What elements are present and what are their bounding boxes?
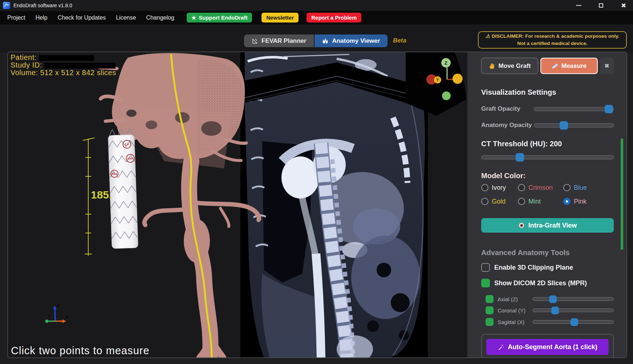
axial-label: Axial (Z) bbox=[498, 296, 532, 302]
menu-check-updates[interactable]: Check for Updates bbox=[53, 11, 111, 24]
slider-thumb[interactable] bbox=[560, 121, 568, 130]
patient-label: Patient: bbox=[11, 53, 37, 61]
visualization-settings-header: Visualization Settings bbox=[481, 88, 614, 97]
newsletter-button[interactable]: Newsletter bbox=[261, 13, 299, 23]
radio-circle[interactable] bbox=[481, 198, 488, 205]
measure-button[interactable]: Measure bbox=[540, 58, 598, 74]
marker-label-ca: CA bbox=[125, 143, 129, 146]
intra-graft-view-button[interactable]: Intra-Graft View bbox=[481, 218, 614, 233]
anatomy-opacity-slider[interactable] bbox=[534, 123, 614, 127]
radio-circle[interactable] bbox=[518, 198, 525, 205]
clipping-plane-checkbox[interactable] bbox=[481, 263, 490, 272]
menu-bar: Project Help Check for Updates License C… bbox=[0, 11, 633, 24]
support-button[interactable]: ★ Support EndoDraft bbox=[187, 13, 252, 23]
coronal-label: Coronal (Y) bbox=[498, 307, 532, 314]
sagittal-checkbox[interactable] bbox=[486, 318, 494, 326]
coronal-slice-row: Coronal (Y) bbox=[486, 306, 614, 314]
support-label: Support EndoDraft bbox=[199, 15, 247, 21]
coronal-checkbox[interactable] bbox=[486, 306, 494, 314]
slider-thumb[interactable] bbox=[605, 105, 613, 113]
clipping-plane-row: Enable 3D Clipping Plane bbox=[481, 263, 614, 272]
tab-anatomy-viewer[interactable]: Anatomy Viewer bbox=[315, 34, 387, 47]
model-color-options: Ivory Crimson Blue Gold Mint Pink bbox=[481, 183, 614, 206]
hand-icon bbox=[489, 63, 495, 69]
radio-label: Gold bbox=[492, 198, 506, 205]
close-tools-button[interactable]: ✖ bbox=[600, 58, 614, 74]
radio-mint[interactable]: Mint bbox=[518, 196, 563, 206]
app-window: EndoDraft software v1.8.0 ✖ Project Help… bbox=[0, 0, 633, 364]
intra-graft-label: Intra-Graft View bbox=[528, 222, 577, 229]
menu-changelog[interactable]: Changelog bbox=[141, 11, 179, 24]
radio-label: Blue bbox=[574, 184, 587, 192]
radio-blue[interactable]: Blue bbox=[563, 183, 614, 193]
radio-circle[interactable] bbox=[563, 198, 571, 205]
radio-circle[interactable] bbox=[518, 184, 525, 191]
radio-pink[interactable]: Pink bbox=[563, 196, 614, 206]
measure-label: Measure bbox=[561, 62, 587, 70]
measurement-label: 185. bbox=[91, 189, 112, 201]
graft-opacity-slider[interactable] bbox=[534, 107, 614, 111]
stent-graft[interactable]: CA SMA RRA bbox=[108, 129, 138, 249]
radio-label: Mint bbox=[528, 198, 541, 205]
ct-threshold-row bbox=[481, 153, 614, 161]
axial-checkbox[interactable] bbox=[486, 295, 494, 303]
radio-label: Pink bbox=[574, 198, 587, 205]
menu-license[interactable]: License bbox=[111, 11, 141, 24]
auto-segment-button[interactable]: Auto-Segment Aorta (1 click) bbox=[486, 339, 609, 355]
radio-circle[interactable] bbox=[563, 184, 571, 191]
ct-threshold-slider[interactable] bbox=[481, 155, 614, 159]
move-graft-button[interactable]: Move Graft bbox=[481, 58, 538, 74]
axial-slider[interactable] bbox=[532, 297, 614, 301]
radio-label: Ivory bbox=[492, 184, 506, 192]
patient-info-overlay: Patient: Study ID: Volume: 512 x 512 x 8… bbox=[11, 54, 116, 77]
slider-thumb[interactable] bbox=[516, 153, 524, 161]
minimize-button[interactable] bbox=[573, 1, 584, 10]
sagittal-slider[interactable] bbox=[532, 320, 614, 324]
radio-ivory[interactable]: Ivory bbox=[481, 183, 518, 193]
slider-thumb[interactable] bbox=[549, 295, 557, 303]
disclaimer-line2: Not a certified medical device. bbox=[517, 40, 588, 47]
anatomy-opacity-label: Anatomy Opacity bbox=[481, 122, 534, 129]
coronal-slider[interactable] bbox=[532, 308, 614, 312]
autosegment-panel: Auto-Segment Aorta (1 click) bbox=[481, 334, 614, 358]
volume-label: Volume: 512 x 512 x 842 slices bbox=[11, 69, 116, 77]
radio-label: Crimson bbox=[528, 184, 553, 192]
measure-hint: Click two points to measure bbox=[11, 345, 150, 357]
title-bar: EndoDraft software v1.8.0 ✖ bbox=[0, 0, 633, 11]
marker-label-rra: RRA bbox=[112, 173, 117, 176]
disclaimer-box: ⚠DISCLAIMER: For research & academic pur… bbox=[478, 31, 627, 49]
radio-gold[interactable]: Gold bbox=[481, 196, 518, 206]
mpr-checkbox[interactable] bbox=[481, 279, 490, 287]
tab-fevar-planner[interactable]: FEVAR Planner bbox=[244, 34, 314, 47]
mpr-row: Show DICOM 2D Slices (MPR) bbox=[481, 278, 614, 288]
report-problem-button[interactable]: Report a Problem bbox=[307, 13, 361, 23]
marker-label-sma: SMA bbox=[127, 157, 133, 160]
graft-opacity-row: Graft Opacity bbox=[481, 105, 614, 113]
anatomy-opacity-row: Anatomy Opacity bbox=[481, 121, 614, 130]
radio-crimson[interactable]: Crimson bbox=[518, 183, 563, 193]
header-bar: FEVAR Planner Anatomy Viewer Beta ⚠DISCL… bbox=[0, 24, 633, 53]
close-button[interactable]: ✖ bbox=[618, 1, 629, 10]
ct-slice[interactable] bbox=[240, 52, 428, 357]
gizmo-z-label: Z bbox=[445, 60, 447, 66]
main-area: CA SMA RRA 185. bbox=[7, 52, 627, 358]
radio-circle[interactable] bbox=[481, 184, 488, 191]
tab-anatomy-label: Anatomy Viewer bbox=[332, 37, 380, 45]
slider-thumb[interactable] bbox=[551, 307, 559, 314]
clipping-plane-label: Enable 3D Clipping Plane bbox=[494, 264, 573, 271]
study-id-redacted bbox=[44, 63, 115, 69]
menu-help[interactable]: Help bbox=[31, 11, 53, 24]
maximize-button[interactable] bbox=[596, 1, 606, 10]
mpr-label: Show DICOM 2D Slices (MPR) bbox=[494, 279, 587, 287]
3d-viewport[interactable]: CA SMA RRA 185. bbox=[8, 52, 467, 357]
magic-wand-icon bbox=[498, 344, 504, 350]
sidebar-scrollbar[interactable] bbox=[621, 139, 623, 250]
menu-project[interactable]: Project bbox=[2, 11, 31, 24]
view-tabs: FEVAR Planner Anatomy Viewer bbox=[244, 34, 387, 47]
drafting-icon bbox=[252, 38, 258, 44]
slider-thumb[interactable] bbox=[571, 318, 578, 326]
axis-triad: Z Y X bbox=[45, 303, 69, 323]
3d-scene[interactable]: CA SMA RRA 185. bbox=[8, 52, 467, 357]
orientation-gizmo[interactable]: Y Z bbox=[406, 52, 466, 116]
patient-name-redacted bbox=[39, 55, 94, 61]
